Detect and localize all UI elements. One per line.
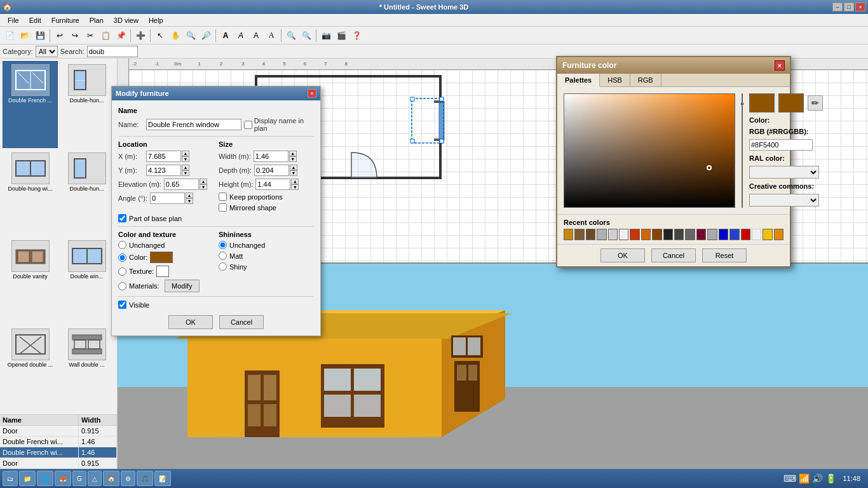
taskbar-app-8[interactable]: 🎵 xyxy=(137,471,153,486)
shin-matt-radio[interactable] xyxy=(219,252,227,260)
swatch-7[interactable] xyxy=(641,229,651,240)
tab-hsb[interactable]: HSB xyxy=(600,74,630,86)
swatch-0[interactable] xyxy=(564,229,573,240)
swatch-2[interactable] xyxy=(586,229,595,240)
ok-button[interactable]: OK xyxy=(168,315,213,329)
furniture-item-double-hung-wi[interactable]: Double-hung wi... xyxy=(3,149,58,236)
tb-zoom-view1[interactable]: 🔍 xyxy=(284,29,298,43)
texture-box[interactable] xyxy=(156,266,169,277)
table-row[interactable]: Double French wi... 1.46 xyxy=(0,437,117,447)
swatch-16[interactable] xyxy=(741,229,750,240)
x-up[interactable]: ▲ xyxy=(182,151,189,156)
table-row[interactable]: Door 0.915 xyxy=(0,458,117,469)
color-cancel-button[interactable]: Cancel xyxy=(651,248,696,262)
color-gradient[interactable] xyxy=(564,93,735,208)
furniture-item-double-hung1[interactable]: Double-hun... xyxy=(59,61,114,148)
mirrored-checkbox[interactable] xyxy=(219,203,227,212)
tb-open[interactable]: 📂 xyxy=(18,29,32,43)
ral-select[interactable] xyxy=(749,166,819,179)
modify-dialog-close[interactable]: × xyxy=(308,89,316,98)
tb-help[interactable]: ❓ xyxy=(349,29,363,43)
taskbar-app-6[interactable]: 🏠 xyxy=(103,471,119,486)
tb-video[interactable]: 🎬 xyxy=(334,29,348,43)
height-up[interactable]: ▲ xyxy=(291,179,299,184)
swatch-5[interactable] xyxy=(619,229,628,240)
search-input[interactable] xyxy=(87,46,138,57)
swatch-3[interactable] xyxy=(597,229,606,240)
depth-input[interactable] xyxy=(254,165,289,176)
hue-strip[interactable] xyxy=(742,93,743,208)
name-input[interactable] xyxy=(146,119,241,130)
tray-volume[interactable]: 🔊 xyxy=(812,473,823,484)
close-button[interactable]: × xyxy=(855,3,865,11)
tab-rgb[interactable]: RGB xyxy=(630,74,661,86)
angle-input[interactable] xyxy=(150,193,185,204)
tb-zoom-view2[interactable]: 🔍 xyxy=(299,29,313,43)
tray-battery[interactable]: 🔋 xyxy=(825,473,836,484)
tb-pan[interactable]: ✋ xyxy=(168,29,182,43)
category-select[interactable]: All xyxy=(36,46,58,57)
menu-edit[interactable]: Edit xyxy=(24,15,46,25)
tb-text-a4[interactable]: A xyxy=(264,29,278,43)
swatch-12[interactable] xyxy=(696,229,706,240)
x-input[interactable] xyxy=(146,151,181,162)
tb-zoom-in[interactable]: 🔍 xyxy=(184,29,198,43)
tb-cut[interactable]: ✂ xyxy=(83,29,97,43)
swatch-10[interactable] xyxy=(674,229,684,240)
texture-radio[interactable] xyxy=(118,268,126,276)
x-down[interactable]: ▼ xyxy=(182,156,189,162)
keep-proportions-checkbox[interactable] xyxy=(219,193,227,201)
start-button[interactable]: 🗂 xyxy=(3,471,18,486)
width-input[interactable] xyxy=(254,151,288,162)
swatch-6[interactable] xyxy=(630,229,639,240)
tb-add-furniture[interactable]: ➕ xyxy=(133,29,147,43)
taskbar-app-1[interactable]: 📁 xyxy=(19,471,36,486)
taskbar-app-7[interactable]: ⚙ xyxy=(121,471,135,486)
height-input[interactable] xyxy=(255,179,290,190)
furniture-item-wall-double[interactable]: Wall double ... xyxy=(59,325,114,412)
tray-network[interactable]: 📶 xyxy=(799,473,810,484)
angle-down[interactable]: ▼ xyxy=(186,198,193,204)
depth-up[interactable]: ▲ xyxy=(290,165,297,170)
menu-3dview[interactable]: 3D view xyxy=(109,15,144,25)
swatch-11[interactable] xyxy=(685,229,695,240)
creative-select[interactable] xyxy=(749,194,819,207)
furniture-item-double-vanity[interactable]: Double vanity xyxy=(3,237,58,324)
tb-text-a2[interactable]: A xyxy=(234,29,248,43)
taskbar-app-4[interactable]: G xyxy=(72,471,86,486)
elevation-down[interactable]: ▼ xyxy=(200,184,207,190)
table-row[interactable]: Door 0.915 xyxy=(0,426,117,437)
furniture-item-opened-double[interactable]: Opened double ... xyxy=(3,325,58,412)
color-reset-button[interactable]: Reset xyxy=(702,248,747,262)
elevation-input[interactable] xyxy=(164,179,199,190)
part-of-base-checkbox[interactable] xyxy=(118,214,126,222)
tb-photo[interactable]: 📷 xyxy=(319,29,333,43)
display-name-checkbox[interactable] xyxy=(244,121,252,129)
width-down[interactable]: ▼ xyxy=(289,156,297,162)
visible-checkbox[interactable] xyxy=(118,301,126,309)
color-radio[interactable] xyxy=(118,254,126,262)
taskbar-app-3[interactable]: 🦊 xyxy=(55,471,71,486)
angle-up[interactable]: ▲ xyxy=(186,193,193,198)
swatch-4[interactable] xyxy=(608,229,618,240)
swatch-18[interactable] xyxy=(763,229,772,240)
tray-keyboard[interactable]: ⌨ xyxy=(783,473,796,484)
swatch-9[interactable] xyxy=(663,229,673,240)
furniture-item-double-french[interactable]: Double French ... xyxy=(3,61,58,148)
depth-down[interactable]: ▼ xyxy=(290,170,297,176)
swatch-14[interactable] xyxy=(719,229,728,240)
color-ok-button[interactable]: OK xyxy=(600,248,645,262)
furniture-item-double-hun2[interactable]: Double-hun... xyxy=(59,149,114,236)
unchanged-radio[interactable] xyxy=(118,241,126,249)
width-up[interactable]: ▲ xyxy=(289,151,297,156)
menu-plan[interactable]: Plan xyxy=(85,15,109,25)
cancel-button[interactable]: Cancel xyxy=(219,315,264,329)
rgb-input[interactable] xyxy=(749,139,813,151)
y-input[interactable] xyxy=(146,165,181,176)
swatch-8[interactable] xyxy=(652,229,661,240)
taskbar-app-5[interactable]: △ xyxy=(88,471,102,486)
swatch-15[interactable] xyxy=(729,229,739,240)
taskbar-app-9[interactable]: 📝 xyxy=(154,471,171,486)
maximize-button[interactable]: □ xyxy=(844,3,854,11)
tab-palettes[interactable]: Palettes xyxy=(557,74,600,87)
